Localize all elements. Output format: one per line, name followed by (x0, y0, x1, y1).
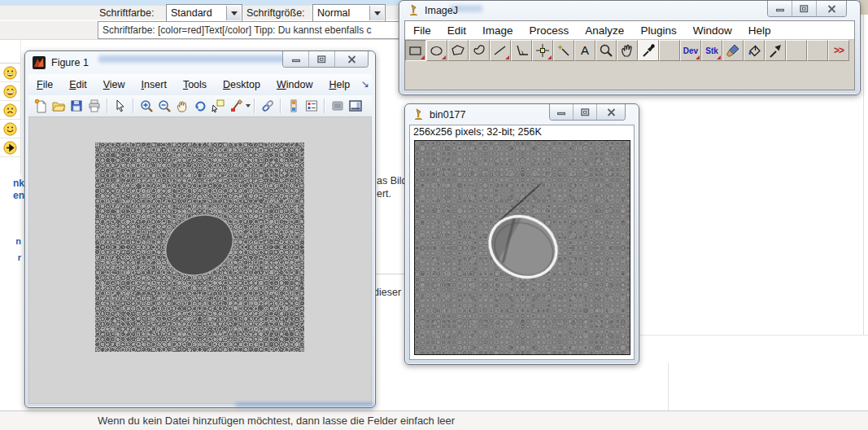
font-color-select[interactable]: Standard (166, 4, 242, 22)
minimize-button[interactable] (768, 1, 792, 16)
polygon-tool[interactable] (447, 40, 469, 61)
chevron-down-icon (231, 11, 238, 15)
insert-colorbar-button[interactable] (285, 97, 303, 115)
font-size-dropdown-button[interactable] (369, 6, 384, 20)
restore-button[interactable] (792, 1, 816, 16)
imagej-menu-help[interactable]: Help (740, 23, 779, 38)
open-file-button[interactable] (50, 97, 68, 115)
close-button[interactable] (334, 51, 368, 67)
rectangle-tool[interactable] (405, 40, 426, 61)
matlab-menu-edit[interactable]: Edit (61, 76, 95, 94)
imagej-menu-edit[interactable]: Edit (439, 23, 474, 38)
paintbrush-tool[interactable] (722, 40, 744, 61)
close-button[interactable] (596, 104, 625, 120)
restore-button[interactable] (308, 51, 334, 67)
matlab-titlebar[interactable]: Figure 1 (25, 51, 375, 74)
hand-tool[interactable] (617, 40, 638, 61)
point-tool[interactable] (532, 40, 553, 61)
emoticon-smile[interactable] (0, 120, 20, 138)
show-plot-tools-icon (348, 99, 363, 113)
line-tool[interactable] (490, 40, 511, 61)
zoom-out-button[interactable] (155, 97, 173, 115)
rotate-3d-button[interactable] (191, 97, 209, 115)
matlab-menu-desktop[interactable]: Desktop (215, 76, 268, 94)
imagej-menu-image[interactable]: Image (474, 23, 521, 38)
font-color-dropdown-button[interactable] (226, 6, 241, 20)
oval-tool[interactable] (426, 40, 447, 61)
edit-arrow-button[interactable] (111, 97, 129, 115)
bin0177-hologram-image[interactable] (415, 141, 630, 354)
stk-button[interactable]: Stk (701, 40, 722, 61)
brush-data-button[interactable] (227, 97, 245, 115)
show-plot-tools-button[interactable] (347, 97, 364, 115)
imagej-menu-process[interactable]: Process (521, 23, 578, 38)
more-tools-button[interactable]: >> (828, 40, 849, 61)
save-figure-button[interactable] (68, 97, 85, 115)
matlab-logo-icon (33, 56, 46, 72)
imagej-menu-plugins[interactable]: Plugins (632, 23, 684, 38)
page-text-fragment: ert. (377, 188, 391, 200)
imagej-menu-analyze[interactable]: Analyze (577, 23, 632, 38)
chevron-down-icon[interactable] (246, 104, 251, 108)
freehand-tool[interactable] (469, 40, 490, 61)
imagej-titlebar[interactable]: ImageJ (399, 1, 860, 20)
sidebar-link-fragment[interactable]: n (0, 236, 21, 246)
matlab-menu-tools[interactable]: Tools (175, 76, 215, 94)
emoticon-grin[interactable] (0, 64, 20, 82)
spacer-slot (659, 40, 680, 61)
sidebar-link-fragment[interactable]: en (0, 190, 24, 201)
imagej-window: ImageJ FileEditImageProcessAnalyzePlugin… (399, 0, 861, 95)
emoticon-sad[interactable] (0, 101, 20, 120)
data-cursor-button[interactable] (209, 97, 227, 115)
matlab-hologram-image[interactable] (95, 143, 304, 352)
emoticon-laugh[interactable] (0, 82, 20, 101)
color-picker-tool[interactable] (638, 40, 659, 61)
minimize-button[interactable] (550, 104, 573, 120)
empty-slot-1 (786, 40, 807, 61)
hide-plot-tools-button[interactable] (329, 97, 347, 115)
zoom-in-button[interactable] (137, 97, 155, 115)
print-figure-icon (87, 99, 102, 113)
restore-button[interactable] (573, 104, 596, 120)
flood-fill-tool[interactable] (744, 40, 765, 61)
font-size-select[interactable]: Normal (312, 4, 386, 22)
sidebar-link-fragment[interactable]: nk (0, 178, 24, 189)
matlab-menu-insert[interactable]: Insert (133, 76, 175, 94)
emoticon-arrow[interactable] (0, 138, 20, 157)
minimize-icon (776, 5, 784, 12)
toolbar-separator (324, 99, 325, 113)
font-color-value: Standard (171, 7, 212, 19)
arrow-tool[interactable] (765, 40, 786, 61)
link-plot-button[interactable] (259, 97, 277, 115)
bin0177-image-frame (414, 140, 630, 355)
desktop: Schriftfarbe: Standard Schriftgröße: Nor… (0, 0, 868, 430)
imagej-menu-file[interactable]: File (405, 23, 439, 38)
zoom-tool[interactable] (595, 40, 617, 61)
bin0177-titlebar[interactable]: bin0177 (405, 104, 639, 125)
zoom-out-icon (157, 99, 172, 113)
edit-arrow-icon (113, 99, 128, 113)
data-cursor-icon (211, 99, 225, 113)
page-text-fragment: as Bild (377, 175, 408, 186)
new-file-button[interactable] (32, 97, 50, 115)
minimize-button[interactable] (283, 51, 308, 67)
insert-legend-button[interactable] (303, 97, 321, 115)
matlab-menu-help[interactable]: Help (321, 76, 358, 94)
print-figure-button[interactable] (85, 97, 103, 115)
matlab-menu-view[interactable]: View (95, 76, 133, 94)
open-file-icon (51, 99, 66, 113)
close-button[interactable] (816, 1, 846, 16)
wand-tool[interactable] (553, 40, 574, 61)
angle-tool[interactable] (511, 40, 532, 61)
pan-hand-button[interactable] (173, 97, 191, 115)
imagej-menu-window[interactable]: Window (685, 23, 740, 38)
dev-button[interactable]: Dev (680, 40, 701, 61)
sidebar-link-fragment[interactable]: r (0, 252, 21, 262)
matlab-figure-window: Figure 1 FileEditViewInsertToolsDesktopW… (24, 50, 376, 408)
dock-arrow-icon[interactable]: ↘ (361, 78, 369, 90)
page-divider-line (376, 274, 404, 274)
matlab-menu-window[interactable]: Window (268, 76, 321, 94)
text-tool[interactable]: A (574, 40, 595, 61)
matlab-menu-file[interactable]: File (28, 76, 61, 94)
bin0177-content: 256x256 pixels; 32-bit; 256K (409, 125, 635, 360)
